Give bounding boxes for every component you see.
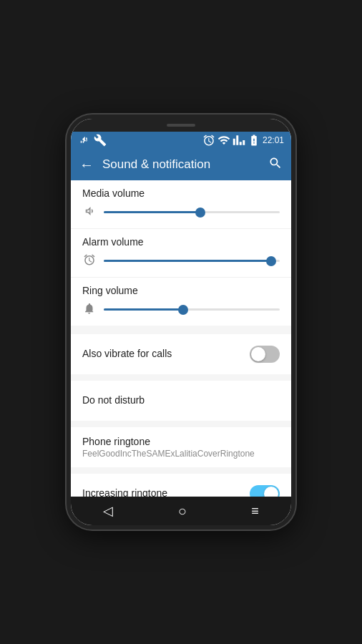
back-button[interactable]: ← <box>79 157 94 173</box>
media-volume-label: Media volume <box>82 187 280 199</box>
media-volume-fill <box>104 211 200 213</box>
volume-section: Media volume Alarm volume <box>71 180 291 326</box>
divider-4 <box>71 468 291 474</box>
status-icons-right: 22:01 <box>202 134 284 147</box>
ring-volume-slider[interactable] <box>104 308 280 311</box>
dnd-content: Do not disturb <box>82 394 280 407</box>
dnd-label: Do not disturb <box>82 394 280 406</box>
alarm-volume-icon <box>82 253 97 268</box>
increasing-ringtone-content: Increasing ringtone <box>82 487 250 497</box>
increasing-ringtone-row[interactable]: Increasing ringtone <box>71 474 291 497</box>
vibrate-toggle[interactable] <box>250 346 280 363</box>
ring-volume-label: Ring volume <box>82 285 280 296</box>
phone-top-bar <box>71 119 291 132</box>
divider-1 <box>71 328 291 334</box>
ring-volume-thumb <box>178 305 188 315</box>
alarm-volume-fill <box>104 260 271 262</box>
alarm-volume-slider[interactable] <box>104 260 280 262</box>
alarm-volume-label: Alarm volume <box>82 236 280 248</box>
clock: 22:01 <box>263 135 284 145</box>
ring-volume-row: Ring volume <box>71 278 291 326</box>
vibrate-row[interactable]: Also vibrate for calls <box>71 334 291 374</box>
toolbar: ← Sound & notification <box>71 149 291 180</box>
toolbar-title: Sound & notification <box>102 157 268 172</box>
search-button[interactable] <box>268 156 283 174</box>
alarm-volume-row: Alarm volume <box>71 229 291 278</box>
phone-frame: 22:01 ← Sound & notification Media volum… <box>67 114 295 530</box>
battery-icon <box>248 134 260 147</box>
increasing-ringtone-section: Increasing ringtone <box>71 474 291 497</box>
vibrate-toggle-thumb <box>251 347 265 361</box>
vibrate-section: Also vibrate for calls <box>71 334 291 374</box>
ring-volume-icon <box>82 302 97 317</box>
dnd-row[interactable]: Do not disturb <box>71 381 291 421</box>
settings-content: Media volume Alarm volume <box>71 180 291 497</box>
ring-volume-control <box>82 302 280 317</box>
status-bar: 22:01 <box>71 132 291 149</box>
wrench-icon <box>94 134 107 147</box>
ringtone-sublabel: FeelGoodIncTheSAMExLalitiaCoverRingtone <box>82 449 280 459</box>
usb-icon <box>78 134 91 147</box>
vibrate-content: Also vibrate for calls <box>82 348 250 361</box>
vibrate-label: Also vibrate for calls <box>82 348 250 359</box>
increasing-ringtone-thumb <box>264 487 278 497</box>
home-nav-button[interactable]: ○ <box>167 497 198 525</box>
menu-nav-button[interactable]: ≡ <box>240 498 270 525</box>
signal-icon <box>233 134 245 147</box>
speaker-dot <box>167 124 195 127</box>
ring-volume-fill <box>104 308 183 311</box>
alarm-volume-control <box>82 253 280 268</box>
alarm-volume-thumb <box>266 256 276 266</box>
media-volume-control <box>82 205 280 220</box>
ringtone-content: Phone ringtone FeelGoodIncTheSAMExLaliti… <box>82 436 280 459</box>
back-nav-button[interactable]: ◁ <box>92 497 124 525</box>
alarm-status-icon <box>202 134 215 147</box>
media-volume-row: Media volume <box>71 180 291 229</box>
ringtone-section: Phone ringtone FeelGoodIncTheSAMExLaliti… <box>71 427 291 467</box>
nav-bar: ◁ ○ ≡ <box>71 497 291 525</box>
increasing-ringtone-toggle[interactable] <box>250 485 280 497</box>
status-icons-left <box>78 134 107 147</box>
divider-3 <box>71 421 291 427</box>
volume-icon <box>82 205 97 220</box>
media-volume-slider[interactable] <box>104 211 280 213</box>
dnd-section: Do not disturb <box>71 381 291 421</box>
media-volume-thumb <box>195 208 205 218</box>
wifi-icon <box>217 134 230 147</box>
ringtone-row[interactable]: Phone ringtone FeelGoodIncTheSAMExLaliti… <box>71 427 291 467</box>
phone-bottom-bar <box>71 525 291 530</box>
increasing-ringtone-label: Increasing ringtone <box>82 487 250 497</box>
ringtone-label: Phone ringtone <box>82 436 280 447</box>
divider-2 <box>71 375 291 381</box>
search-icon <box>268 156 283 170</box>
